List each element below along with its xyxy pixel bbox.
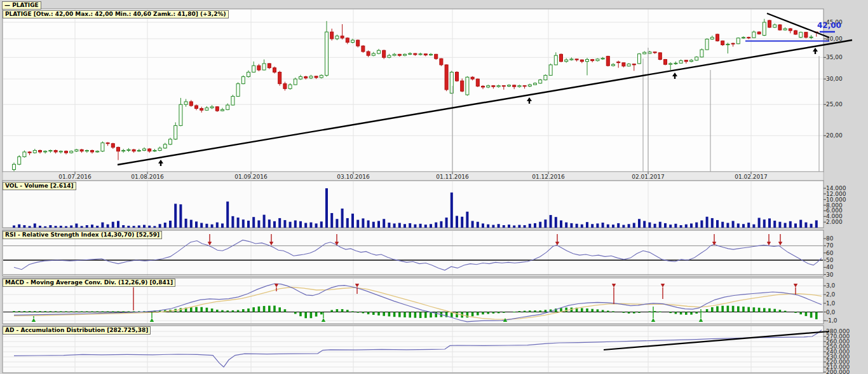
date-axis-strip (3, 172, 824, 181)
svg-text:35,00: 35,00 (826, 54, 843, 60)
svg-text:01.07.2016: 01.07.2016 (58, 174, 92, 180)
svg-text:01.02.2017: 01.02.2017 (735, 174, 768, 180)
svg-text:2,0: 2,0 (826, 291, 836, 298)
volume-panel-label: VOL - Volume [2.614] (3, 182, 76, 190)
svg-text:2.000: 2.000 (826, 219, 843, 225)
symbol-tab[interactable]: — PLATIGE (2, 1, 41, 10)
ad-panel-y-axis: 280.000270.000260.000250.000240.000230.0… (824, 328, 850, 374)
svg-text:25,00: 25,00 (826, 101, 843, 107)
svg-text:01.12.2016: 01.12.2016 (532, 174, 565, 180)
svg-text:50: 50 (826, 257, 834, 263)
svg-text:200.000: 200.000 (826, 369, 850, 374)
last-price-flag: 42,00 (817, 21, 841, 30)
svg-text:-1,0: -1,0 (826, 317, 837, 324)
svg-text:01.11.2016: 01.11.2016 (436, 174, 469, 180)
ad-panel-label: AD - Accumulation Distribution [282.725,… (3, 326, 151, 335)
svg-text:0,0: 0,0 (826, 309, 836, 315)
svg-text:01.09.2016: 01.09.2016 (234, 174, 268, 180)
svg-text:80: 80 (826, 235, 834, 242)
svg-text:40: 40 (826, 264, 834, 270)
svg-text:60: 60 (826, 250, 834, 256)
svg-text:01.08.2016: 01.08.2016 (131, 174, 164, 180)
svg-text:20,00: 20,00 (826, 132, 843, 139)
main-chart-plot-area[interactable] (3, 9, 824, 172)
svg-text:03.10.2016: 03.10.2016 (337, 174, 370, 180)
svg-text:30,00: 30,00 (826, 76, 843, 82)
svg-text:70: 70 (826, 242, 834, 249)
quote-info-bar: PLATIGE [Otw.: 42,00 Max.: 42,00 Min.: 4… (3, 10, 229, 18)
svg-text:02.01.2017: 02.01.2017 (632, 174, 665, 180)
svg-text:30: 30 (826, 272, 834, 278)
macd-panel-label: MACD - Moving Average Conv. Div. (12,26,… (3, 279, 175, 287)
svg-text:40,00: 40,00 (826, 36, 843, 42)
svg-text:1,0: 1,0 (826, 300, 836, 307)
volume-panel-plot-area[interactable] (3, 181, 824, 228)
rsi-panel-label: RSI - Relative Strength Index (14,30,70)… (3, 231, 162, 239)
trading-app-window: { "window": { "tab_label": "— PLATIGE" }… (0, 0, 868, 374)
svg-text:3,0: 3,0 (826, 282, 836, 289)
chart-svg: 45,0040,0035,0030,0025,0020,0001.07.2016… (0, 0, 868, 374)
